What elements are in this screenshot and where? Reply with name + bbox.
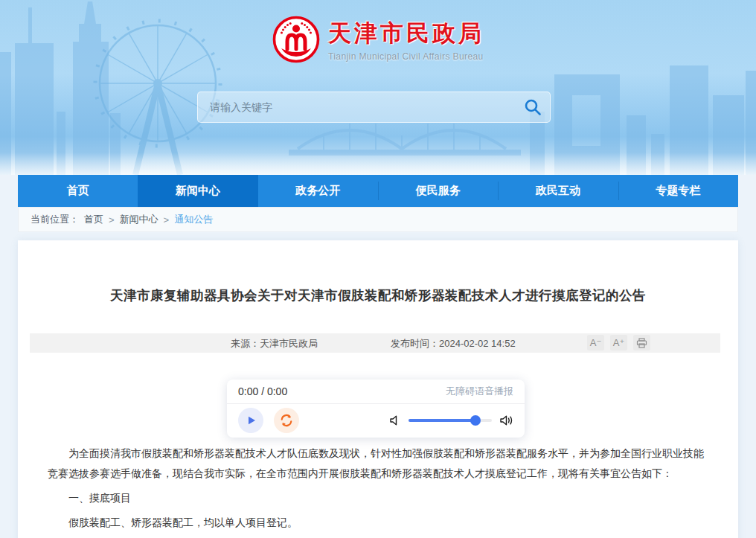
volume-controls bbox=[389, 414, 513, 426]
nav-item-news[interactable]: 新闻中心 bbox=[138, 175, 257, 207]
play-button[interactable] bbox=[238, 408, 263, 433]
breadcrumb: 当前位置： 首页 > 新闻中心 > 通知公告 bbox=[18, 207, 738, 232]
site-logo-link[interactable]: 天津市民政局 Tianjin Municipal Civil Affairs B… bbox=[0, 15, 756, 64]
nav-item-special-topics[interactable]: 专题专栏 bbox=[618, 175, 738, 207]
search-icon bbox=[524, 98, 542, 116]
civil-affairs-logo-icon bbox=[272, 15, 321, 64]
search-button[interactable] bbox=[516, 92, 550, 122]
font-increase-button[interactable]: A⁺ bbox=[610, 335, 627, 350]
font-decrease-button[interactable]: A⁻ bbox=[587, 335, 604, 350]
article-section-heading: 一、摸底项目 bbox=[48, 488, 708, 508]
audio-player-header: 0:00 / 0:00 无障碍语音播报 bbox=[227, 380, 525, 404]
volume-knob[interactable] bbox=[470, 415, 481, 426]
volume-mute-button[interactable] bbox=[389, 414, 401, 426]
print-button[interactable] bbox=[633, 335, 650, 350]
breadcrumb-home[interactable]: 首页 bbox=[84, 213, 103, 226]
article-toolbar: A⁻ A⁺ bbox=[587, 335, 650, 350]
source-value: 天津市民政局 bbox=[260, 338, 318, 349]
breadcrumb-separator: > bbox=[164, 214, 170, 225]
volume-max-button[interactable] bbox=[499, 414, 513, 426]
nav-item-services[interactable]: 便民服务 bbox=[378, 175, 498, 207]
play-icon bbox=[244, 414, 257, 427]
date-label: 发布时间： bbox=[391, 338, 439, 349]
article-publish-time: 发布时间：2024-02-02 14:52 bbox=[391, 337, 516, 350]
replay-button[interactable] bbox=[274, 408, 299, 433]
main-navigation: 首页 新闻中心 政务公开 便民服务 政民互动 专题专栏 bbox=[18, 175, 738, 207]
printer-icon bbox=[636, 338, 647, 348]
breadcrumb-separator: > bbox=[109, 214, 115, 225]
breadcrumb-notices[interactable]: 通知公告 bbox=[174, 213, 213, 226]
volume-slider[interactable] bbox=[409, 415, 492, 426]
site-subtitle: Tianjin Municipal Civil Affairs Bureau bbox=[328, 51, 484, 62]
nav-item-interaction[interactable]: 政民互动 bbox=[498, 175, 618, 207]
audio-player-controls bbox=[227, 404, 525, 437]
replay-icon bbox=[279, 413, 294, 428]
breadcrumb-news[interactable]: 新闻中心 bbox=[120, 213, 158, 226]
date-value: 2024-02-02 14:52 bbox=[439, 338, 516, 349]
article-title: 天津市康复辅助器具协会关于对天津市假肢装配和矫形器装配技术人才进行摸底登记的公告 bbox=[55, 286, 701, 304]
article-source: 来源：天津市民政局 bbox=[231, 337, 318, 350]
article-paragraph: 为全面摸清我市假肢装配和矫形器装配技术人才队伍底数及现状，针对性加强假肢装配和矫… bbox=[48, 443, 708, 484]
accessibility-broadcast-label: 无障碍语音播报 bbox=[446, 385, 513, 398]
site-title: 天津市民政局 bbox=[328, 18, 484, 49]
source-label: 来源： bbox=[231, 338, 260, 349]
nav-item-gov-info[interactable]: 政务公开 bbox=[258, 175, 378, 207]
volume-fill bbox=[409, 419, 475, 422]
search-input[interactable] bbox=[198, 92, 516, 122]
speaker-low-icon bbox=[389, 414, 401, 426]
article-body: 为全面摸清我市假肢装配和矫形器装配技术人才队伍底数及现状，针对性加强假肢装配和矫… bbox=[18, 440, 738, 538]
site-header: 天津市民政局 Tianjin Municipal Civil Affairs B… bbox=[0, 0, 756, 175]
article-container: 天津市康复辅助器具协会关于对天津市假肢装配和矫形器装配技术人才进行摸底登记的公告… bbox=[18, 240, 738, 538]
audio-player: 0:00 / 0:00 无障碍语音播报 bbox=[227, 380, 525, 438]
article-meta-bar: 来源：天津市民政局 发布时间：2024-02-02 14:52 A⁻ A⁺ bbox=[30, 333, 720, 353]
article-paragraph: 假肢装配工、矫形器装配工，均以单人项目登记。 bbox=[48, 513, 708, 533]
speaker-loud-icon bbox=[499, 414, 513, 426]
search-bar bbox=[197, 92, 551, 123]
breadcrumb-label: 当前位置： bbox=[31, 213, 79, 226]
audio-time: 0:00 / 0:00 bbox=[238, 385, 287, 397]
nav-item-home[interactable]: 首页 bbox=[18, 175, 138, 207]
